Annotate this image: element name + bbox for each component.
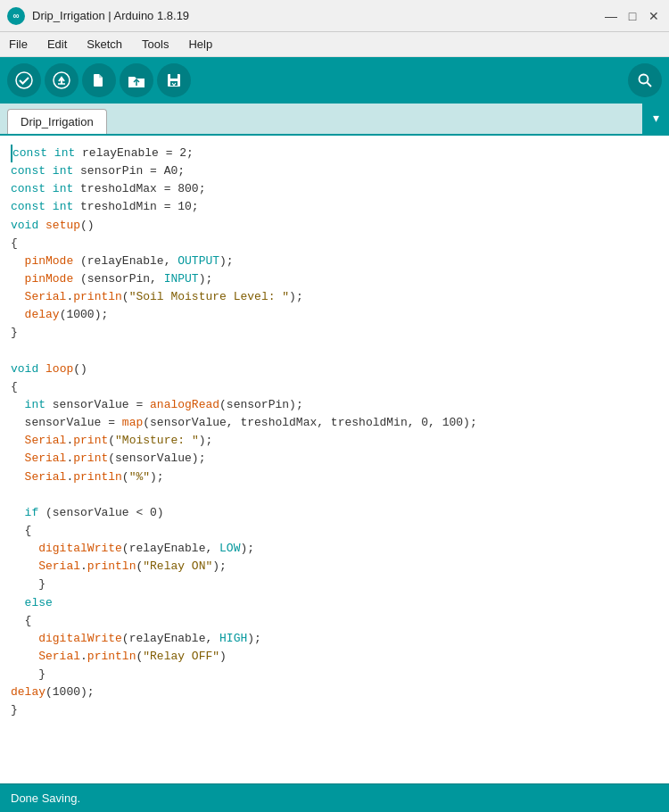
maximize-button[interactable]: □ xyxy=(624,8,640,24)
title-bar: ∞ Drip_Irrigation | Arduino 1.8.19 — □ ✕ xyxy=(0,0,669,32)
verify-button[interactable] xyxy=(7,63,41,97)
code-line: delay(1000); xyxy=(11,306,658,324)
open-button[interactable] xyxy=(120,63,153,97)
code-line: Serial.println("%"); xyxy=(11,468,658,486)
tab-drip-irrigation[interactable]: Drip_Irrigation xyxy=(7,109,107,134)
code-editor[interactable]: const int relayEnable = 2; const int sen… xyxy=(0,136,669,783)
code-line: digitalWrite(relayEnable, LOW); xyxy=(11,540,658,558)
code-line: pinMode (sensorPin, INPUT); xyxy=(11,270,658,288)
toolbar xyxy=(0,57,669,104)
menu-file[interactable]: File xyxy=(5,36,31,53)
code-line: { xyxy=(11,378,658,396)
code-line: int sensorValue = analogRead(sensorPin); xyxy=(11,396,658,414)
tabs-bar: Drip_Irrigation ▾ xyxy=(0,104,669,136)
code-line: const int relayEnable = 2; xyxy=(11,145,658,162)
new-button[interactable] xyxy=(82,63,116,97)
svg-point-10 xyxy=(640,75,648,84)
menu-edit[interactable]: Edit xyxy=(44,36,70,53)
window-title: Drip_Irrigation | Arduino 1.8.19 xyxy=(32,9,189,22)
code-line: { xyxy=(11,612,658,630)
search-button[interactable] xyxy=(628,63,662,97)
title-bar-controls[interactable]: — □ ✕ xyxy=(603,8,662,24)
save-button[interactable] xyxy=(157,63,191,97)
svg-point-0 xyxy=(16,72,32,88)
code-line: const int tresholdMin = 10; xyxy=(11,198,658,216)
tab-dropdown-button[interactable]: ▾ xyxy=(642,102,669,134)
code-line: void loop() xyxy=(11,360,658,378)
menu-bar: File Edit Sketch Tools Help xyxy=(0,32,669,57)
code-line: } xyxy=(11,666,658,684)
svg-rect-8 xyxy=(170,74,178,79)
code-line: if (sensorValue < 0) xyxy=(11,504,658,522)
arduino-logo: ∞ xyxy=(7,7,25,25)
code-line: digitalWrite(relayEnable, HIGH); xyxy=(11,630,658,648)
title-bar-left: ∞ Drip_Irrigation | Arduino 1.8.19 xyxy=(7,7,189,25)
code-line: void setup() xyxy=(11,217,658,235)
menu-tools[interactable]: Tools xyxy=(138,36,172,53)
code-line: Serial.println("Relay OFF") xyxy=(11,648,658,666)
toolbar-left xyxy=(7,63,191,97)
close-button[interactable]: ✕ xyxy=(646,8,662,24)
code-line: Serial.println("Relay ON"); xyxy=(11,558,658,576)
code-line: { xyxy=(11,522,658,540)
status-bar: Done Saving. xyxy=(0,783,669,812)
code-line: const int tresholdMax = 800; xyxy=(11,180,658,198)
code-line: sensorValue = map(sensorValue, tresholdM… xyxy=(11,414,658,432)
code-line: pinMode (relayEnable, OUTPUT); xyxy=(11,253,658,270)
code-line: } xyxy=(11,576,658,593)
svg-line-11 xyxy=(648,83,652,87)
code-line: const int sensorPin = A0; xyxy=(11,162,658,180)
code-line: delay(1000); xyxy=(11,684,658,701)
upload-button[interactable] xyxy=(45,63,78,97)
code-line: } xyxy=(11,701,658,719)
code-line: Serial.println("Soil Moisture Level: "); xyxy=(11,288,658,306)
code-line: } xyxy=(11,324,658,342)
code-line xyxy=(11,486,658,504)
menu-help[interactable]: Help xyxy=(185,36,216,53)
code-line: { xyxy=(11,235,658,253)
code-line: Serial.print(sensorValue); xyxy=(11,450,658,468)
code-line: Serial.print("Moisture: "); xyxy=(11,432,658,450)
code-line xyxy=(11,343,658,360)
code-line: else xyxy=(11,594,658,612)
menu-sketch[interactable]: Sketch xyxy=(83,36,126,53)
minimize-button[interactable]: — xyxy=(603,8,619,24)
status-message: Done Saving. xyxy=(11,791,80,805)
